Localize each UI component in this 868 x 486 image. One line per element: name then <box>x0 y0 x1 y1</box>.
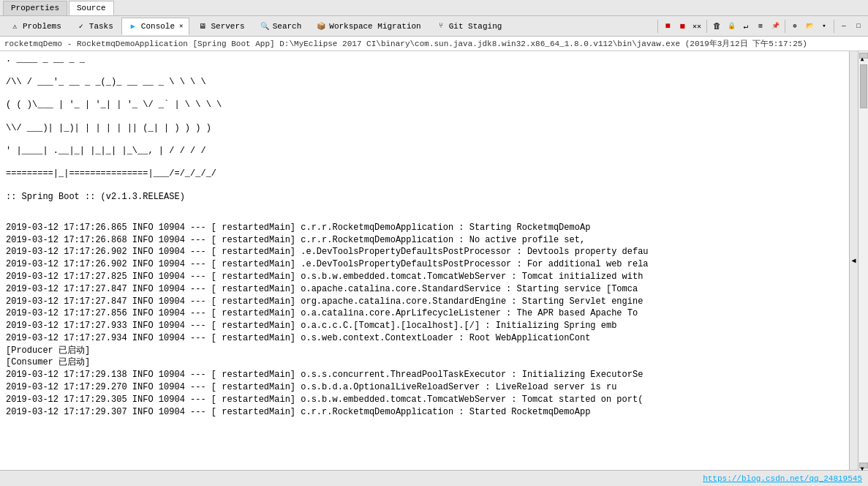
console-header: rocketmqDemo - RocketmqDemoApplication [… <box>0 37 868 51</box>
terminate-icon: ■ <box>665 21 670 31</box>
toolbar: ⚠ Problems ✓ Tasks ▶ Console ✕ 🖥 Servers… <box>0 16 868 37</box>
console-wrapper: . ____ _ __ _ _ /\\ / ___'_ __ _ _(_)_ _… <box>0 51 868 470</box>
open-console-icon: ⊞ <box>758 22 762 30</box>
separator-4 <box>834 20 834 33</box>
console-label: Console <box>141 22 175 31</box>
pin-icon: 📌 <box>771 22 780 30</box>
title-bar: Properties Source <box>0 0 868 16</box>
tab-source[interactable]: Source <box>69 1 114 15</box>
dropdown-icon: ▾ <box>822 22 826 30</box>
console-header-text: rocketmqDemo - RocketmqDemoApplication [… <box>4 38 807 49</box>
new-console-button[interactable]: ⊕ <box>788 20 801 33</box>
remove-all-button[interactable]: ✕✕ <box>690 20 703 33</box>
scrollbar-down-arrow[interactable]: ▾ <box>859 463 868 468</box>
toolbar-right: ■ ◼ ✕✕ 🗑 🔒 ↵ ⊞ 📌 ⊕ 📂 ▾ <box>656 20 865 33</box>
maximize-button[interactable]: □ <box>852 20 865 33</box>
problems-label: Problems <box>23 22 61 31</box>
minimize-icon: — <box>842 23 845 30</box>
servers-label: Servers <box>211 22 244 31</box>
console-close-icon[interactable]: ✕ <box>179 22 183 30</box>
status-bar: https://blog.csdn.net/qq_24819545 <box>0 470 868 486</box>
toolbar-tab-console[interactable]: ▶ Console ✕ <box>121 18 190 35</box>
workspace-migration-label: Workspace Migration <box>329 22 420 31</box>
stop-button[interactable]: ◼ <box>676 20 689 33</box>
terminate-button[interactable]: ■ <box>661 20 674 33</box>
search-icon: 🔍 <box>260 21 270 31</box>
clear-console-button[interactable]: 🗑 <box>710 20 723 33</box>
clear-icon: 🗑 <box>713 21 721 31</box>
console-icon: ▶ <box>128 21 138 31</box>
scrollbar-up-arrow[interactable]: ▴ <box>859 53 868 59</box>
separator-2 <box>706 20 707 33</box>
tasks-label: Tasks <box>89 22 113 31</box>
scrollbar-thumb[interactable] <box>860 64 867 108</box>
git-staging-label: Git Staging <box>449 22 502 31</box>
stop-icon: ◼ <box>679 20 684 31</box>
scroll-lock-button[interactable]: 🔒 <box>725 20 738 33</box>
word-wrap-icon: ↵ <box>744 21 749 31</box>
maximize-icon: □ <box>856 23 860 30</box>
vertical-scrollbar[interactable]: ▴ ▾ <box>858 51 868 470</box>
servers-icon: 🖥 <box>197 21 208 31</box>
pin-button[interactable]: 📌 <box>769 20 782 33</box>
open-console-button[interactable]: ⊞ <box>754 20 767 33</box>
open-console-view-button[interactable]: 📂 <box>803 20 816 33</box>
toolbar-tab-problems[interactable]: ⚠ Problems <box>3 18 68 35</box>
toolbar-tab-git-staging[interactable]: ⑂ Git Staging <box>429 18 509 35</box>
collapse-panel-button[interactable]: ◀ <box>849 51 858 470</box>
remove-all-icon: ✕✕ <box>692 22 701 31</box>
minimize-button[interactable]: — <box>837 20 850 33</box>
toolbar-tab-workspace-migration[interactable]: 📦 Workspace Migration <box>309 18 427 35</box>
scrollbar-track <box>859 59 868 463</box>
toolbar-tab-servers[interactable]: 🖥 Servers <box>191 18 251 35</box>
tab-strip: Properties Source <box>3 0 116 16</box>
tab-properties[interactable]: Properties <box>3 1 67 15</box>
new-console-icon: ⊕ <box>793 22 796 30</box>
scroll-lock-icon: 🔒 <box>728 22 736 30</box>
tasks-icon: ✓ <box>76 21 86 31</box>
console-content[interactable]: . ____ _ __ _ _ /\\ / ___'_ __ _ _(_)_ _… <box>0 51 849 470</box>
separator-1 <box>657 20 658 33</box>
open-view-icon: 📂 <box>806 22 814 30</box>
word-wrap-button[interactable]: ↵ <box>739 20 752 33</box>
search-label: Search <box>273 22 302 31</box>
workspace-icon: 📦 <box>316 21 326 31</box>
toolbar-tab-search[interactable]: 🔍 Search <box>253 18 309 35</box>
blog-link[interactable]: https://blog.csdn.net/qq_24819545 <box>703 474 862 483</box>
separator-3 <box>785 20 785 33</box>
dropdown-button[interactable]: ▾ <box>818 20 831 33</box>
git-icon: ⑂ <box>436 21 446 31</box>
problems-icon: ⚠ <box>10 21 20 31</box>
collapse-arrow-icon: ◀ <box>851 256 856 265</box>
toolbar-tab-tasks[interactable]: ✓ Tasks <box>69 18 120 35</box>
